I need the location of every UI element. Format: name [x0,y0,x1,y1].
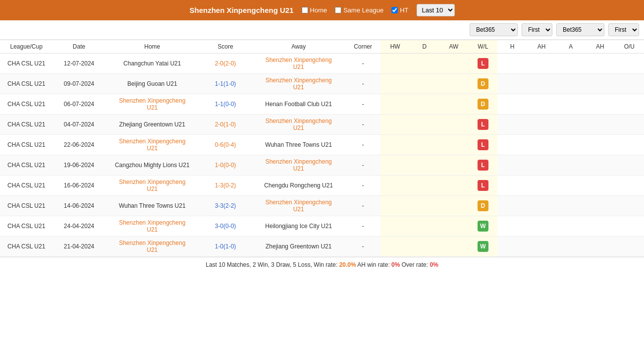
ht-checkbox-label[interactable]: HT [391,6,408,14]
same-league-checkbox[interactable] [335,7,341,13]
h-cell [497,176,527,196]
aw-cell [439,216,468,237]
table-row: CHA CSL U21 06-07-2024 Shenzhen Xinpengc… [0,94,644,115]
hw-cell [380,155,410,176]
bet365-select-1[interactable]: Bet365 William Hill [470,23,518,36]
league-cell: CHA CSL U21 [0,135,53,155]
away-cell: Wuhan Three Towns U21 [252,135,345,155]
first-select-2[interactable]: First Last [608,23,639,36]
home-team: Shenzhen Xinpengcheng U21 [119,239,185,253]
ah1-cell [527,54,556,74]
date-cell: 19-06-2024 [53,155,105,176]
home-checkbox-label[interactable]: Home [302,6,327,14]
ah1-cell [527,74,556,94]
wl-cell: W [468,237,497,257]
corner-cell: - [345,216,380,237]
corner-cell: - [345,94,380,115]
ah2-cell [586,74,615,94]
d-cell [410,155,439,176]
result-badge: W [478,221,488,232]
score: 0-6(0-4) [215,141,236,148]
wl-cell: W [468,216,497,237]
h-cell [497,94,527,115]
wl-cell: D [468,94,497,115]
over-label: Over rate: [402,261,428,268]
footer-text: Last 10 Matches, 2 Win, 3 Draw, 5 Loss, … [206,261,337,268]
corner-cell: - [345,135,380,155]
date-cell: 22-06-2024 [53,135,105,155]
away-team: Zhejiang Greentown U21 [266,243,331,250]
first-select-1[interactable]: First Last [522,23,552,36]
date-cell: 14-06-2024 [53,196,105,216]
away-cell: Shenzhen Xinpengcheng U21 [252,54,345,74]
matches-table: League/Cup Date Home Score Away Corner H… [0,40,644,257]
ou-cell [615,135,644,155]
result-badge: D [478,78,488,89]
date-cell: 24-04-2024 [53,216,105,237]
ah2-cell [586,237,615,257]
col-league: League/Cup [0,40,53,54]
home-team: Shenzhen Xinpengcheng U21 [119,219,185,233]
home-cell: Shenzhen Xinpengcheng U21 [106,216,199,237]
win-rate: 20.0% [339,261,356,268]
d-cell [410,216,439,237]
date-cell: 21-04-2024 [53,237,105,257]
d-cell [410,196,439,216]
table-row: CHA CSL U21 16-06-2024 Shenzhen Xinpengc… [0,176,644,196]
home-cell: Shenzhen Xinpengcheng U21 [106,135,199,155]
aw-cell [439,115,468,135]
last10-dropdown[interactable]: Last 10 Last 5 Last 20 All [417,4,455,16]
home-team: Zhejiang Greentown U21 [119,121,185,128]
away-team: Shenzhen Xinpengcheng U21 [266,118,332,131]
home-cell: Wuhan Three Towns U21 [106,196,199,216]
table-row: CHA CSL U21 19-06-2024 Cangzhou Mighty L… [0,155,644,176]
hw-cell [380,94,410,115]
table-row: CHA CSL U21 12-07-2024 Changchun Yatai U… [0,54,644,74]
ah1-cell [527,115,556,135]
home-team: Shenzhen Xinpengcheng U21 [119,97,185,111]
a-cell [556,115,586,135]
wl-cell: D [468,196,497,216]
score-cell: 1-0(0-0) [199,155,252,176]
away-cell: Heilongjiang Ice City U21 [252,216,345,237]
hw-cell [380,54,410,74]
header-bar: Shenzhen Xinpengcheng U21 Home Same Leag… [0,0,644,20]
home-team: Wuhan Three Towns U21 [119,202,186,209]
ou-cell [615,94,644,115]
ht-checkbox[interactable] [391,7,398,13]
away-team: Wuhan Three Towns U21 [265,141,332,148]
away-team: Chengdu Rongcheng U21 [264,182,333,189]
away-team: Shenzhen Xinpengcheng U21 [266,77,332,91]
table-row: CHA CSL U21 14-06-2024 Wuhan Three Towns… [0,196,644,216]
wl-cell: L [468,155,497,176]
ah1-cell [527,216,556,237]
d-cell [410,115,439,135]
col-a: A [556,40,586,54]
score-cell: 1-0(1-0) [199,237,252,257]
d-cell [410,94,439,115]
column-headers: League/Cup Date Home Score Away Corner H… [0,40,644,54]
col-home: Home [106,40,199,54]
same-league-checkbox-label[interactable]: Same League [335,6,383,14]
col-date: Date [53,40,105,54]
bet365-select-2[interactable]: Bet365 William Hill [556,23,604,36]
score: 3-3(2-2) [215,202,236,209]
h-cell [497,54,527,74]
league-cell: CHA CSL U21 [0,54,53,74]
d-cell [410,176,439,196]
ah2-cell [586,155,615,176]
league-cell: CHA CSL U21 [0,155,53,176]
d-cell [410,135,439,155]
col-ah2: AH [586,40,615,54]
table-row: CHA CSL U21 04-07-2024 Zhejiang Greentow… [0,115,644,135]
score-cell: 3-0(0-0) [199,216,252,237]
col-wl: W/L [468,40,497,54]
aw-cell [439,54,468,74]
score: 1-0(0-0) [215,162,236,169]
ah2-cell [586,216,615,237]
home-checkbox[interactable] [302,7,308,13]
col-h: H [497,40,527,54]
ah2-cell [586,115,615,135]
score: 1-0(1-0) [215,243,236,250]
away-cell: Shenzhen Xinpengcheng U21 [252,74,345,94]
